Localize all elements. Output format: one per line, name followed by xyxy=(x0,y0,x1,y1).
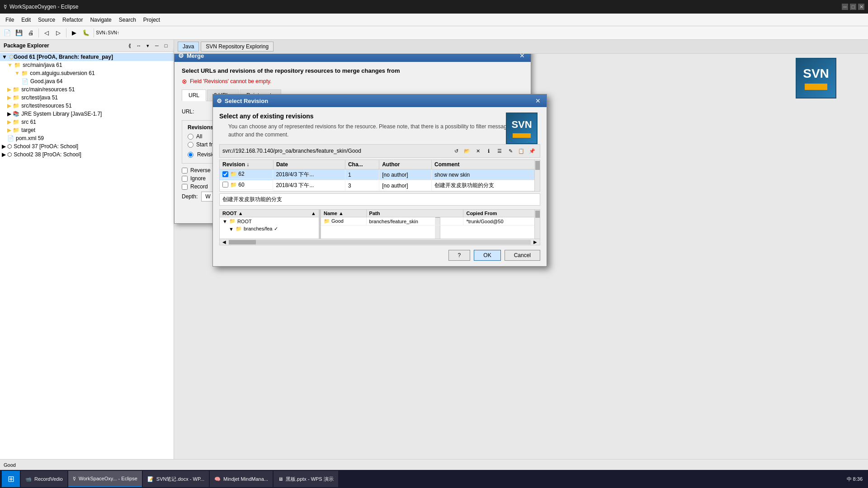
rev-checkbox-60: 📁 60 xyxy=(220,180,273,190)
tree-root-label: ROOT xyxy=(237,219,252,224)
checkbox-62[interactable] xyxy=(222,171,228,177)
tree-icon-pom: 📄 xyxy=(7,135,14,141)
menu-navigate[interactable]: Navigate xyxy=(86,15,115,25)
taskbar-record-vedio[interactable]: 📹 RecordVedio xyxy=(21,471,67,487)
link-editor-button[interactable]: ↔ xyxy=(135,42,143,50)
tree-icon-src-main-res: ▶ 📁 xyxy=(7,86,19,93)
tree-item-jre[interactable]: ▶ 📚 JRE System Library [JavaSE-1.7] xyxy=(0,110,174,118)
url-refresh-button[interactable]: ↺ xyxy=(451,146,461,156)
url-paste-button[interactable]: 📌 xyxy=(527,146,537,156)
minimize-button[interactable]: ─ xyxy=(842,4,848,10)
ignore-checkbox[interactable] xyxy=(182,176,188,182)
url-open-button[interactable]: 📂 xyxy=(462,146,472,156)
menu-refactor[interactable]: Refactor xyxy=(59,15,86,25)
file-row[interactable]: 📁 Good branches/feature_skin *trunk/Good… xyxy=(321,217,540,225)
toolbar-debug[interactable]: 🐛 xyxy=(80,28,91,38)
tree-item-src-main-java[interactable]: ▼ 📁 src/main/java 61 xyxy=(0,61,174,69)
maximize-button[interactable]: □ xyxy=(850,4,856,10)
radio-start-from-copy[interactable] xyxy=(188,142,193,148)
perspective-svn[interactable]: SVN Repository Exploring xyxy=(201,42,274,52)
file-col-copied-from[interactable]: Copied From xyxy=(463,210,540,217)
tree-icon-target: ▶ 📁 xyxy=(7,127,19,133)
menu-edit[interactable]: Edit xyxy=(18,15,34,25)
depth-label: Depth: xyxy=(182,193,198,200)
toolbar-forward[interactable]: ▷ xyxy=(53,28,64,38)
record-checkbox[interactable] xyxy=(182,184,188,190)
menu-source[interactable]: Source xyxy=(34,15,59,25)
toolbar-svn-commit[interactable]: SVN↑ xyxy=(108,28,119,38)
close-button[interactable]: ✕ xyxy=(858,4,864,10)
select-rev-help-button[interactable]: ? xyxy=(448,250,471,261)
select-revision-content: SVN Select any of existing revisions You… xyxy=(213,107,547,266)
url-info-button[interactable]: ℹ xyxy=(484,146,494,156)
tree-item-target[interactable]: ▶ 📁 target xyxy=(0,126,174,134)
file-col-path[interactable]: Path xyxy=(366,210,463,217)
tree-label-src-test-java: src/test/java 51 xyxy=(21,94,58,101)
rev-changes-60: 3 xyxy=(345,180,379,191)
tree-item-good61[interactable]: ▼ ⬡ Good 61 [ProOA, Branch: feature_pay] xyxy=(0,53,174,61)
tree-item-src[interactable]: ▶ 📁 src 61 xyxy=(0,118,174,126)
tree-item-com-atguigu[interactable]: ▼ 📁 com.atguigu.subversion 61 xyxy=(0,69,174,77)
select-rev-ok-button[interactable]: OK xyxy=(474,250,500,261)
col-revision[interactable]: Revision ↓ xyxy=(220,160,273,169)
tree-item-school[interactable]: ▶ ⬡ School 37 [ProOA: School] xyxy=(0,142,174,150)
maximize-panel-button[interactable]: □ xyxy=(162,42,170,50)
toolbar-new[interactable]: 📄 xyxy=(2,28,13,38)
radio-all[interactable] xyxy=(188,134,193,140)
error-icon: ⊗ xyxy=(182,78,187,85)
url-delete-button[interactable]: ✕ xyxy=(473,146,483,156)
svn-pipe xyxy=(805,84,827,90)
select-rev-buttons: ? OK Cancel xyxy=(219,250,540,261)
tree-item-school2[interactable]: ▶ ⬡ School2 38 [ProOA: School] xyxy=(0,150,174,159)
tree-scroll-up[interactable]: ▲ xyxy=(311,211,316,216)
panel-menu-button[interactable]: ▾ xyxy=(144,42,152,50)
minimize-panel-button[interactable]: ─ xyxy=(153,42,161,50)
toolbar-svn-update[interactable]: SVN↓ xyxy=(96,28,107,38)
scroll-left-btn[interactable]: ◀ xyxy=(220,239,229,244)
tree-item-src-main-res[interactable]: ▶ 📁 src/main/resources 51 xyxy=(0,85,174,94)
col-comment[interactable]: Comment xyxy=(432,160,540,169)
url-edit-button[interactable]: ✎ xyxy=(505,146,515,156)
file-col-name[interactable]: Name ▲ xyxy=(321,210,366,217)
col-changes[interactable]: Cha... xyxy=(345,160,379,169)
scroll-right-btn[interactable]: ▶ xyxy=(531,239,540,244)
toolbar-save[interactable]: 💾 xyxy=(14,28,24,38)
h-scrollbar-track[interactable] xyxy=(229,240,531,244)
select-rev-cancel-button[interactable]: Cancel xyxy=(505,250,540,261)
select-rev-close-button[interactable]: ✕ xyxy=(533,96,543,106)
toolbar-sep3 xyxy=(94,28,94,38)
collapse-all-button[interactable]: ⟪ xyxy=(126,42,134,50)
tree-item-good-java[interactable]: 📄 Good.java 64 xyxy=(0,77,174,85)
tree-root-item[interactable]: ▼ 📁 ROOT xyxy=(220,217,319,225)
reverse-checkbox[interactable] xyxy=(182,168,188,174)
col-author[interactable]: Author xyxy=(379,160,432,169)
tree-item-src-test-java[interactable]: ▶ 📁 src/test/java 51 xyxy=(0,94,174,102)
taskbar-mindjet[interactable]: 🧠 Mindjet MindMana... xyxy=(210,471,273,487)
toolbar-print[interactable]: 🖨 xyxy=(25,28,36,38)
url-filter-button[interactable]: ☰ xyxy=(495,146,505,156)
tree-label-school2: School2 38 [ProOA: School] xyxy=(14,151,81,158)
menu-search[interactable]: Search xyxy=(115,15,140,25)
tree-branches-item[interactable]: ▼ 📁 branches/fea ✓ xyxy=(220,225,319,233)
taskbar-eclipse[interactable]: ☿ WorkSpaceOxy... - Eclipse xyxy=(68,471,142,487)
menu-project[interactable]: Project xyxy=(140,15,164,25)
taskbar-blackboard[interactable]: 🖥 黑板.pptx - WPS 演示 xyxy=(274,471,338,487)
table-row[interactable]: 📁 60 2018/4/3 下午... 3 [no author] 创建开发皮肤… xyxy=(220,180,540,191)
url-copy-button[interactable]: 📋 xyxy=(516,146,526,156)
table-row[interactable]: 📁 62 2018/4/3 下午... 1 [no author] show n… xyxy=(220,169,540,180)
tree-item-pom[interactable]: 📄 pom.xml 59 xyxy=(0,134,174,142)
radio-revisions[interactable] xyxy=(188,152,193,158)
start-button[interactable]: ⊞ xyxy=(2,471,20,487)
toolbar-back[interactable]: ◁ xyxy=(41,28,52,38)
taskbar-svn-notes[interactable]: 📝 SVN笔记.docx - WP... xyxy=(143,471,209,487)
perspective-java[interactable]: Java xyxy=(178,42,199,52)
col-date[interactable]: Date xyxy=(273,160,345,169)
tree-item-src-test-res[interactable]: ▶ 📁 src/test/resources 51 xyxy=(0,102,174,110)
rev-checkbox-62: 📁 62 xyxy=(220,169,273,179)
checkbox-60[interactable] xyxy=(222,182,228,188)
toolbar-run[interactable]: ▶ xyxy=(69,28,80,38)
table-scrollbar[interactable] xyxy=(534,160,540,191)
merge-tab-url[interactable]: URL xyxy=(182,89,206,101)
tree-icon-com-atguigu: ▼ 📁 xyxy=(14,70,28,76)
menu-file[interactable]: File xyxy=(2,15,18,25)
